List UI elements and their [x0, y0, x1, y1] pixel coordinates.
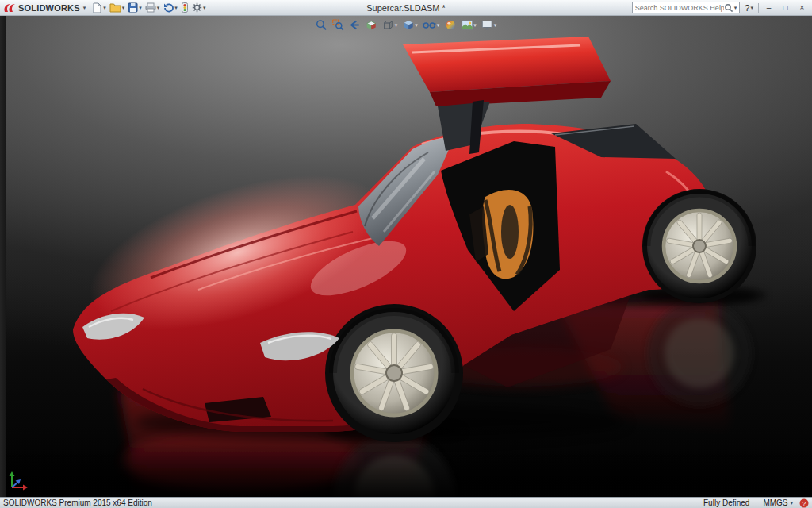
car-render[interactable] — [0, 16, 812, 497]
new-document-icon — [92, 2, 102, 13]
zoom-to-area-icon — [332, 19, 344, 31]
edit-appearance-icon — [444, 19, 456, 31]
divider — [756, 498, 756, 508]
hide-show-items-icon — [423, 21, 436, 29]
caret-icon: ▾ — [174, 5, 178, 10]
units-caret-icon: ▾ — [790, 500, 793, 506]
heads-up-view-toolbar: ▾ ▾ ▾ — [314, 18, 499, 32]
section-view-button[interactable] — [364, 18, 379, 32]
zoom-to-fit-button[interactable] — [314, 18, 329, 32]
zoom-to-fit-icon — [316, 19, 327, 31]
options-button[interactable]: ▾ — [190, 1, 208, 14]
search-icon[interactable] — [724, 3, 733, 13]
caret-icon: ▾ — [103, 5, 106, 10]
logo-text: SOLIDWORKS — [18, 3, 80, 13]
graphics-viewport[interactable] — [0, 16, 812, 497]
divider — [758, 3, 759, 13]
edit-appearance-button[interactable] — [442, 18, 458, 32]
rear-wheel[interactable] — [647, 194, 752, 298]
previous-view-icon — [349, 19, 361, 31]
caret-icon: ▾ — [494, 22, 497, 28]
section-view-icon — [366, 19, 377, 31]
solidworks-logo-icon — [3, 2, 16, 13]
view-orientation-icon — [382, 19, 394, 31]
apply-scene-button[interactable]: ▾ — [459, 18, 478, 32]
caret-icon: ▾ — [415, 22, 418, 28]
view-settings-icon — [481, 19, 493, 31]
rebuild-button[interactable] — [179, 1, 190, 14]
open-folder-icon — [109, 2, 121, 13]
menu-caret-icon: ▾ — [83, 5, 86, 10]
caret-icon: ▾ — [122, 5, 125, 10]
viewport-left-edge — [0, 16, 6, 497]
help-search-box: ▾ — [632, 2, 741, 13]
caret-icon: ▾ — [203, 5, 206, 10]
hide-show-items-button[interactable]: ▾ — [421, 20, 442, 30]
caret-icon: ▾ — [473, 22, 477, 28]
display-style-button[interactable]: ▾ — [400, 18, 419, 32]
edition-label: SOLIDWORKS Premium 2015 x64 Edition — [3, 498, 152, 507]
solidworks-menu[interactable]: SOLIDWORKS ▾ — [3, 2, 86, 13]
new-document-button[interactable]: ▾ — [90, 1, 108, 14]
open-button[interactable]: ▾ — [108, 1, 127, 14]
undo-button[interactable]: ▾ — [161, 1, 179, 14]
restore-button[interactable]: □ — [779, 2, 792, 13]
help-button[interactable]: ? ▾ — [743, 3, 755, 13]
previous-view-button[interactable] — [347, 18, 362, 32]
caret-icon: ▾ — [157, 5, 160, 10]
apply-scene-icon — [461, 19, 473, 31]
save-icon — [128, 2, 138, 13]
units-dropdown[interactable]: MMGS ▾ — [763, 498, 793, 507]
view-orientation-button[interactable]: ▾ — [381, 18, 400, 32]
view-settings-button[interactable]: ▾ — [480, 18, 499, 32]
front-wheel[interactable] — [333, 312, 455, 434]
print-button[interactable]: ▾ — [144, 1, 162, 14]
title-bar: Supercar.SLDASM * SOLIDWORKS ▾ ▾ ▾ — [0, 0, 812, 16]
search-input[interactable] — [635, 4, 724, 12]
undo-icon — [163, 2, 174, 13]
caret-icon: ▾ — [750, 5, 753, 10]
status-bar: SOLIDWORKS Premium 2015 x64 Edition Full… — [0, 497, 812, 508]
caret-icon: ▾ — [139, 5, 142, 10]
svg-text:?: ? — [802, 500, 806, 507]
display-style-icon — [402, 19, 414, 31]
units-label: MMGS — [763, 498, 787, 507]
help-icon: ? — [745, 3, 749, 13]
caret-icon: ▾ — [437, 22, 440, 28]
constraint-status: Fully Defined — [703, 498, 749, 507]
caret-icon: ▾ — [395, 22, 398, 28]
close-button[interactable]: × — [795, 2, 809, 13]
search-scope-caret-icon[interactable]: ▾ — [734, 5, 737, 10]
options-gear-icon — [192, 2, 202, 13]
reference-triad[interactable] — [6, 465, 33, 492]
zoom-to-area-button[interactable] — [331, 18, 346, 32]
print-icon — [145, 2, 156, 13]
minimize-button[interactable]: – — [762, 2, 776, 13]
quick-tips-icon[interactable]: ? — [799, 498, 809, 508]
save-button[interactable]: ▾ — [126, 1, 144, 14]
solidworks-window: Supercar.SLDASM * SOLIDWORKS ▾ ▾ ▾ — [0, 0, 812, 508]
rebuild-icon — [181, 2, 189, 13]
